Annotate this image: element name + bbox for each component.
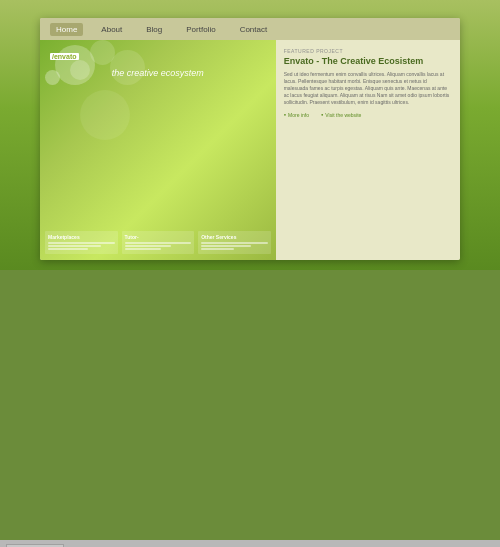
service-tutor: Tutor- bbox=[122, 231, 195, 254]
service-title-1: Marketplaces bbox=[48, 234, 115, 240]
featured-body: Sed ut ideo fermentum enim convallis ult… bbox=[284, 71, 452, 106]
nav-portfolio[interactable]: Portfolio bbox=[180, 23, 221, 36]
visit-website-btn[interactable]: Visit the website bbox=[321, 112, 361, 118]
envato-logo: /envato bbox=[50, 50, 79, 61]
service-title-2: Tutor- bbox=[125, 234, 192, 240]
site-right: FEATURED PROJECT Envato - The Creative E… bbox=[276, 40, 460, 260]
nav-blog[interactable]: Blog bbox=[140, 23, 168, 36]
site-services: Marketplaces Tutor- Other Services bbox=[45, 231, 271, 254]
website-preview: Home About Blog Portfolio Contact /envat… bbox=[0, 0, 500, 270]
site-main: /envato the creative ecosystem Marketpla… bbox=[40, 40, 460, 260]
nav-about[interactable]: About bbox=[95, 23, 128, 36]
nav-contact[interactable]: Contact bbox=[234, 23, 274, 36]
preview-inner: Home About Blog Portfolio Contact /envat… bbox=[40, 18, 460, 260]
featured-label: FEATURED PROJECT bbox=[284, 48, 452, 54]
layers-panel: LAYERS CHANNELS PATHS ≡ Pass Through ▾ O… bbox=[0, 540, 500, 547]
featured-title: Envato - The Creative Ecosistem bbox=[284, 56, 452, 67]
site-left: /envato the creative ecosystem Marketpla… bbox=[40, 40, 276, 260]
nav-home[interactable]: Home bbox=[50, 23, 83, 36]
more-info-btn[interactable]: More info bbox=[284, 112, 309, 118]
service-other: Other Services bbox=[198, 231, 271, 254]
site-tagline: the creative ecosystem bbox=[50, 68, 266, 78]
service-title-3: Other Services bbox=[201, 234, 268, 240]
site-nav: Home About Blog Portfolio Contact bbox=[40, 18, 460, 40]
tab-layers[interactable]: LAYERS bbox=[6, 544, 64, 548]
featured-buttons: More info Visit the website bbox=[284, 112, 452, 118]
layers-header: LAYERS CHANNELS PATHS ≡ bbox=[0, 540, 500, 547]
service-marketplaces: Marketplaces bbox=[45, 231, 118, 254]
